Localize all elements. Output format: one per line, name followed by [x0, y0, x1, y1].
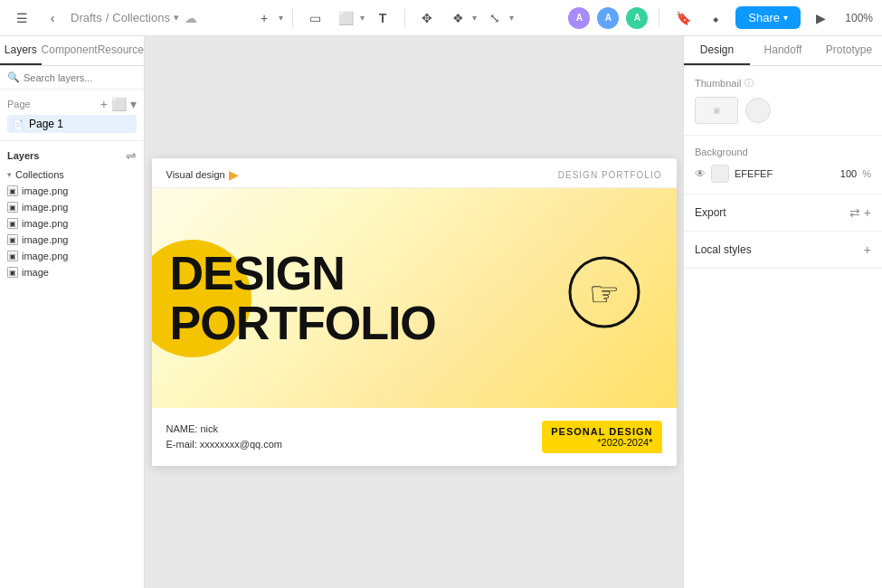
component-chevron-icon: ▾ — [472, 13, 477, 23]
page-1-label: Page 1 — [29, 118, 63, 130]
image-file-icon: ▣ — [7, 202, 18, 213]
zoom-label[interactable]: 100% — [840, 12, 873, 24]
layer-item[interactable]: ▣ image — [0, 264, 144, 280]
back-button[interactable]: ‹ — [40, 5, 65, 31]
local-styles-label: Local styles — [695, 243, 752, 256]
collections-group[interactable]: ▾ Collections — [0, 166, 144, 183]
move-icon: ✥ — [422, 11, 432, 25]
bg-color-swatch[interactable] — [711, 165, 729, 183]
topbar-left: ☰ ‹ Drafts / Collections ▾ ☁ — [9, 5, 197, 31]
resize-tool-group: ⤡ ▾ — [482, 5, 514, 31]
image-icon: ▣ — [7, 267, 18, 278]
resize-button[interactable]: ⤡ — [482, 5, 507, 31]
panel-tabs: Layers Component Resource — [0, 36, 144, 66]
search-icon: 🔍 — [7, 71, 20, 83]
layer-name: image.png — [22, 202, 68, 213]
bg-opacity-value[interactable]: 100 — [840, 168, 857, 179]
export-refresh-button[interactable]: ⇄ — [849, 205, 860, 220]
image-file-icon: ▣ — [7, 218, 18, 229]
background-section: Background 👁 EFEFEF 100 % — [684, 136, 882, 194]
search-input[interactable] — [24, 72, 137, 83]
history-icon: ⬥ — [712, 11, 719, 25]
share-button[interactable]: Share ▾ — [735, 6, 801, 29]
page-section: Page + ⬜ ▾ 📄 Page 1 — [0, 90, 144, 141]
tab-resource[interactable]: Resource — [98, 36, 144, 65]
tab-layers[interactable]: Layers — [0, 36, 42, 65]
page-label: Page — [7, 99, 31, 109]
right-panel: Design Handoff Prototype Thumbnail ⓘ ▣ — [683, 36, 882, 588]
export-section: Export ⇄ + — [684, 194, 882, 232]
layer-item[interactable]: ▣ image.png — [0, 199, 144, 215]
layers-sort-icon[interactable]: ⇌ — [126, 148, 137, 163]
share-label: Share — [748, 11, 780, 24]
tab-handoff[interactable]: Handoff — [750, 36, 816, 65]
cloud-sync-icon: ☁ — [185, 11, 197, 25]
layer-name: image.png — [22, 185, 68, 196]
search-bar[interactable]: 🔍 — [0, 66, 144, 90]
card-body: DESIGN PORTFOLIO ☞ — [152, 188, 677, 408]
play-button[interactable]: ▶ — [808, 5, 833, 31]
left-panel: Layers Component Resource 🔍 Page + ⬜ ▾ — [0, 36, 145, 588]
right-panel-tabs: Design Handoff Prototype — [684, 36, 882, 66]
big-text-line1: DESIGN PORTFOLIO — [170, 249, 436, 347]
topbar: ☰ ‹ Drafts / Collections ▾ ☁ + ▾ ▭ ⬜ — [0, 0, 882, 36]
footer-right: PESONAL DESIGN *2020-2024* — [542, 421, 661, 453]
background-row: 👁 EFEFEF 100 % — [695, 165, 871, 183]
big-text: DESIGN PORTFOLIO — [170, 249, 436, 347]
shape-chevron-icon: ▾ — [360, 13, 365, 23]
image-file-icon: ▣ — [7, 234, 18, 245]
tab-prototype[interactable]: Prototype — [816, 36, 882, 65]
page-options-button[interactable]: ⬜ — [111, 97, 127, 111]
breadcrumb-drafts[interactable]: Drafts — [71, 11, 102, 24]
info-icon: ⓘ — [744, 77, 754, 90]
move-tool-button[interactable]: ✥ — [414, 5, 440, 31]
component-button[interactable]: ❖ — [445, 5, 470, 31]
layer-item[interactable]: ▣ image.png — [0, 232, 144, 248]
add-tool-group: + ▾ — [251, 5, 283, 31]
bg-color-value[interactable]: EFEFEF — [735, 168, 835, 179]
layer-name: image.png — [22, 234, 68, 245]
text-tool-button[interactable]: T — [370, 5, 395, 31]
visual-design-text: Visual design — [166, 169, 225, 180]
tab-design[interactable]: Design — [684, 36, 750, 65]
topbar-right: A A A 🔖 ⬥ Share ▾ ▶ 100% — [568, 5, 873, 31]
breadcrumb-collections[interactable]: Collections — [112, 11, 170, 24]
breadcrumb: Drafts / Collections ▾ — [71, 11, 179, 24]
tab-component[interactable]: Component — [42, 36, 98, 65]
page-1-item[interactable]: 📄 Page 1 — [7, 115, 137, 133]
layer-item[interactable]: ▣ image.png — [0, 248, 144, 264]
menu-button[interactable]: ☰ — [9, 5, 34, 31]
canvas-area[interactable]: Visual design ▶ DESIGN PORTFOLIO DESIGN … — [145, 36, 683, 588]
image-file-icon: ▣ — [7, 251, 18, 261]
history-button[interactable]: ⬥ — [703, 5, 728, 31]
shape-tool-group: ⬜ ▾ — [333, 5, 365, 31]
layer-item[interactable]: ▣ image.png — [0, 183, 144, 199]
footer-name: NAME: nick — [166, 422, 283, 438]
add-page-button[interactable]: + — [100, 97, 108, 111]
layer-item[interactable]: ▣ image.png — [0, 215, 144, 232]
bookmark-button[interactable]: 🔖 — [670, 5, 696, 31]
page-chevron-button[interactable]: ▾ — [130, 97, 137, 111]
divider-3 — [659, 9, 659, 27]
footer-tag-line1: PESONAL DESIGN — [551, 426, 652, 437]
card-header: Visual design ▶ DESIGN PORTFOLIO — [152, 158, 677, 188]
layer-name: image.png — [22, 251, 68, 261]
yellow-tag: PESONAL DESIGN *2020-2024* — [542, 421, 661, 453]
shape-button[interactable]: ⬜ — [333, 5, 358, 31]
chevron-down-icon[interactable]: ▾ — [174, 12, 179, 24]
layers-label: Layers — [7, 150, 39, 161]
breadcrumb-separator: / — [106, 11, 109, 24]
local-styles-section: Local styles + — [684, 232, 882, 269]
frame-button[interactable]: ▭ — [302, 5, 327, 31]
export-label: Export — [695, 206, 726, 219]
add-button[interactable]: + — [251, 5, 277, 31]
eye-icon[interactable]: 👁 — [695, 167, 706, 180]
export-add-button[interactable]: + — [864, 205, 871, 220]
text-icon: T — [379, 11, 387, 25]
group-chevron-icon: ▾ — [7, 170, 12, 179]
share-chevron-icon: ▾ — [783, 13, 788, 23]
export-row: Export ⇄ + — [695, 205, 871, 220]
local-styles-add-button[interactable]: + — [864, 242, 871, 257]
collections-label: Collections — [15, 169, 64, 180]
component-tool-group: ❖ ▾ — [445, 5, 477, 31]
